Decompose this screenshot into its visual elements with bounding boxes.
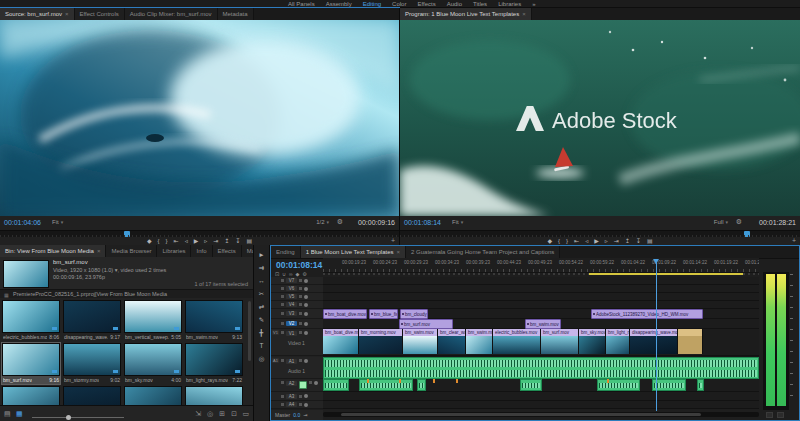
- tab-markers[interactable]: Markers: [242, 245, 253, 257]
- track-lane-v4[interactable]: [323, 301, 759, 309]
- track-header-v2[interactable]: V2: [271, 319, 323, 329]
- track-output-icon[interactable]: [304, 359, 308, 363]
- list-view-button[interactable]: ▤: [4, 410, 11, 418]
- track-select-forward-tool[interactable]: ⇉: [254, 264, 269, 272]
- export-frame-button[interactable]: ▤: [246, 237, 252, 245]
- sync-lock-icon[interactable]: [299, 295, 302, 298]
- add-marker-button[interactable]: ◆: [147, 237, 152, 245]
- track-target-v6[interactable]: V6: [286, 286, 297, 291]
- close-icon[interactable]: ×: [397, 249, 401, 255]
- project-item-bm-vertical-sweep-mov[interactable]: bm_vertical_sweep.mov5:05: [124, 300, 182, 341]
- tab-media-browser[interactable]: Media Browser: [106, 245, 157, 257]
- track-header-a2[interactable]: A2: [271, 379, 323, 392]
- razor-tool[interactable]: ✂: [254, 290, 269, 298]
- go-to-out-button[interactable]: ⇥: [213, 237, 218, 245]
- lift-button[interactable]: ↥: [625, 237, 630, 245]
- timeline-horizontal-scrollbar[interactable]: [323, 412, 759, 417]
- track-target-a3[interactable]: A3: [286, 394, 297, 399]
- workspace-tab-color[interactable]: Color: [392, 1, 406, 7]
- sync-lock-icon[interactable]: [309, 381, 312, 384]
- track-header-a3[interactable]: A3: [271, 392, 323, 401]
- sync-lock-icon[interactable]: [299, 287, 302, 290]
- tab-2-guatemala-going-home-team-project-and-captions[interactable]: 2 Guatemala Going Home Team Project and …: [406, 246, 560, 258]
- timeline-clip-graphic[interactable]: [678, 329, 703, 354]
- go-to-in-button[interactable]: ⇤: [174, 237, 179, 245]
- ripple-edit-tool[interactable]: ↔: [254, 277, 269, 284]
- go-to-in-button[interactable]: ⇤: [574, 237, 579, 245]
- timeline-audio-clip-a2[interactable]: [520, 379, 542, 391]
- track-output-icon[interactable]: [304, 303, 308, 307]
- timeline-clip-bm-swim-mov[interactable]: bm_swim.mov: [466, 329, 493, 354]
- track-header-v7[interactable]: V7: [271, 277, 323, 285]
- mark-out-button[interactable]: }: [566, 237, 568, 245]
- new-bin-button[interactable]: ⊞: [219, 410, 225, 418]
- settings-wrench-icon[interactable]: ⚙: [736, 218, 742, 226]
- workspace-tab-libraries[interactable]: Libraries: [498, 1, 521, 7]
- timeline-audio-clip-a1[interactable]: [323, 357, 759, 379]
- timeline-audio-clip-a2[interactable]: [417, 379, 426, 391]
- sync-lock-icon[interactable]: [299, 312, 302, 315]
- track-lock-icon[interactable]: [281, 279, 284, 282]
- tab-info[interactable]: Info: [191, 245, 212, 257]
- go-to-out-button[interactable]: ⇥: [614, 237, 619, 245]
- timeline-audio-clip-a2[interactable]: [697, 379, 704, 391]
- tab-effects[interactable]: Effects: [213, 245, 242, 257]
- tab-effect-controls[interactable]: Effect Controls: [75, 8, 125, 20]
- timeline-clip-bm-boat-dive-mov[interactable]: bm_boat_dive.mov: [323, 309, 367, 319]
- clip-preview-thumbnail[interactable]: [3, 260, 49, 288]
- workspace-tab-editing[interactable]: Editing: [363, 1, 381, 7]
- tab-1-blue-moon-live-text-templates[interactable]: 1 Blue Moon Live Text Templates×: [301, 246, 406, 258]
- tab-source-bm-surf-mov[interactable]: Source: bm_surf.mov×: [0, 8, 75, 20]
- program-resolution-select[interactable]: Full▾: [714, 219, 728, 225]
- scrollbar-thumb[interactable]: [341, 413, 701, 416]
- project-item-disappearing-wave-mov[interactable]: disappearing_wave.mov9:17: [63, 300, 121, 341]
- track-target-v7[interactable]: V7: [286, 278, 297, 283]
- timeline-clip-bm-boat-dive-mov[interactable]: bm_boat_dive.mov: [323, 329, 359, 354]
- master-track-header[interactable]: Master 0.0 ⇥: [271, 410, 323, 420]
- track-lock-icon[interactable]: [281, 295, 284, 298]
- timeline-clip-bm-light-rays-mov[interactable]: bm_light_rays.mov: [606, 329, 630, 354]
- project-item-bm-light-rays-mov[interactable]: bm_light_rays.mov7:22: [185, 343, 243, 384]
- selection-tool[interactable]: ►: [254, 251, 269, 258]
- slider-knob[interactable]: [66, 415, 71, 420]
- play-button[interactable]: ▶: [194, 237, 199, 245]
- project-item-bm-sky-mov[interactable]: bm_sky.mov4:00: [124, 343, 182, 384]
- timeline-audio-clip-a2[interactable]: [323, 379, 349, 391]
- timeline-clip-adobestock-112389270-video-hd-wm-mov[interactable]: AdobeStock_112389270_Video_HD_WM.mov: [591, 309, 703, 319]
- timeline-audio-clip-a2[interactable]: [652, 379, 686, 391]
- workspace-tab-assembly[interactable]: Assembly: [326, 1, 352, 7]
- mark-out-button[interactable]: }: [166, 237, 168, 245]
- timeline-clip-bm-surf-mov[interactable]: bm_surf.mov: [399, 319, 453, 329]
- track-lock-icon[interactable]: [281, 312, 284, 315]
- solo-button[interactable]: [299, 381, 307, 389]
- track-lock-icon[interactable]: [281, 359, 284, 362]
- track-output-icon[interactable]: [314, 381, 318, 385]
- track-target-a1[interactable]: A1: [286, 359, 297, 364]
- track-lane-a4[interactable]: [323, 401, 759, 409]
- step-back-button[interactable]: ◃: [585, 237, 588, 245]
- delete-button[interactable]: ▭: [242, 410, 249, 418]
- project-item-electric-bubbles-mov[interactable]: electric_bubbles.mov8:06: [2, 300, 60, 341]
- timeline-clip-bm-cloudy-water-mov[interactable]: bm_cloudy_water.mov: [400, 309, 428, 319]
- sync-lock-icon[interactable]: [299, 322, 302, 325]
- source-zoom-select[interactable]: Fit▾: [52, 219, 63, 225]
- sync-lock-icon[interactable]: [299, 331, 302, 334]
- tab-audio-clip-mixer-bm-surf-mov[interactable]: Audio Clip Mixer: bm_surf.mov: [125, 8, 218, 20]
- step-forward-button[interactable]: ▹: [204, 237, 207, 245]
- timeline-playhead[interactable]: [656, 259, 657, 411]
- thumbnail-zoom-slider[interactable]: [32, 417, 124, 418]
- project-item-bm-stormy-mov[interactable]: bm_stormy.mov9:02: [63, 343, 121, 384]
- timeline-clip-disappearing-wave-mov[interactable]: disappearing_wave.mov: [630, 329, 678, 354]
- track-header-v5[interactable]: V5: [271, 293, 323, 301]
- type-tool[interactable]: T: [254, 342, 269, 349]
- track-lock-icon[interactable]: [281, 403, 284, 406]
- button-editor-plus[interactable]: +: [792, 237, 796, 244]
- close-icon[interactable]: ×: [522, 11, 526, 17]
- track-lane-a3[interactable]: [323, 392, 759, 401]
- tab-libraries[interactable]: Libraries: [157, 245, 191, 257]
- source-video-viewer[interactable]: [0, 20, 399, 216]
- mark-in-button[interactable]: {: [558, 237, 560, 245]
- track-lock-icon[interactable]: [281, 395, 284, 398]
- track-lock-icon[interactable]: [281, 287, 284, 290]
- track-output-icon[interactable]: [304, 403, 308, 407]
